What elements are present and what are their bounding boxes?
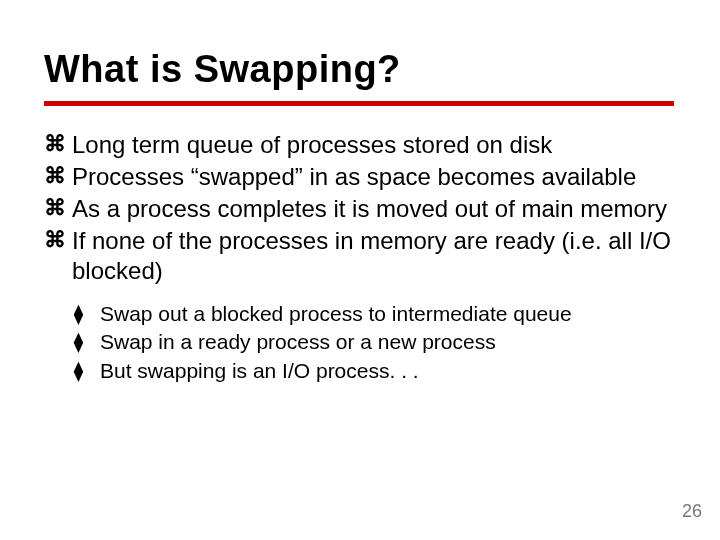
list-item: ⌘ Processes “swapped” in as space become… [44,162,676,192]
sub-bullet-text: Swap out a blocked process to intermedia… [100,302,572,325]
bullet-icon: ⌘ [44,227,66,253]
bullet-text: If none of the processes in memory are r… [72,227,671,284]
sub-bullet-text: But swapping is an I/O process. . . [100,359,419,382]
bullet-list: ⌘ Long term queue of processes stored on… [44,130,676,286]
list-item: ⌘ If none of the processes in memory are… [44,226,676,286]
sub-bullet-text: Swap in a ready process or a new process [100,330,496,353]
bullet-icon: ⌘ [44,195,66,221]
list-item: ⧫ Swap in a ready process or a new proce… [74,328,676,356]
list-item: ⌘ Long term queue of processes stored on… [44,130,676,160]
sub-bullet-icon: ⧫ [74,330,83,354]
bullet-text: As a process completes it is moved out o… [72,195,667,222]
list-item: ⧫ But swapping is an I/O process. . . [74,357,676,385]
slide: What is Swapping? ⌘ Long term queue of p… [0,0,720,540]
list-item: ⌘ As a process completes it is moved out… [44,194,676,224]
sub-bullet-icon: ⧫ [74,359,83,383]
bullet-text: Processes “swapped” in as space becomes … [72,163,636,190]
list-item: ⧫ Swap out a blocked process to intermed… [74,300,676,328]
page-number: 26 [682,501,702,522]
sub-bullet-list: ⧫ Swap out a blocked process to intermed… [44,300,676,385]
bullet-text: Long term queue of processes stored on d… [72,131,552,158]
sub-bullet-icon: ⧫ [74,302,83,326]
slide-title: What is Swapping? [44,48,676,91]
bullet-icon: ⌘ [44,131,66,157]
divider [44,101,674,106]
bullet-icon: ⌘ [44,163,66,189]
